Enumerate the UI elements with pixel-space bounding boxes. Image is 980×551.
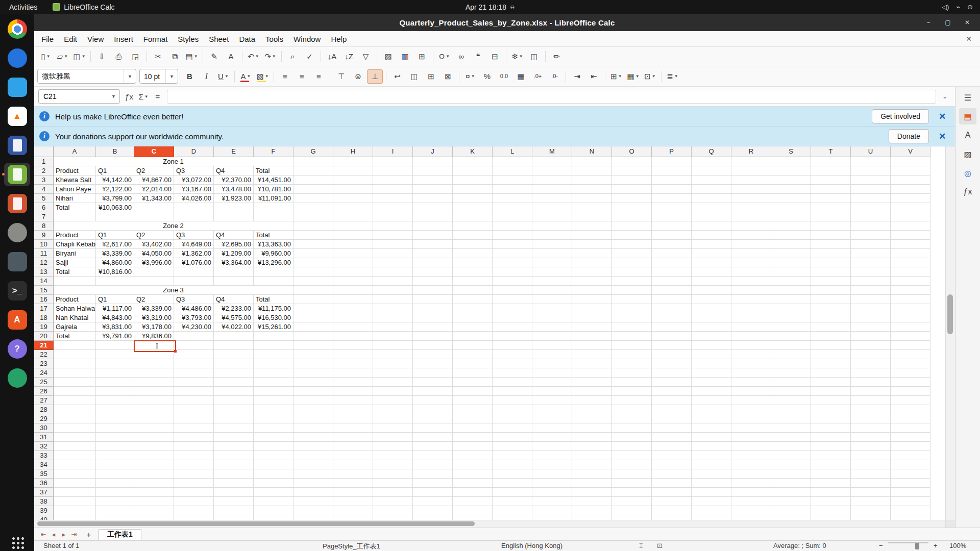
row-header-2[interactable]: 2 xyxy=(34,166,54,176)
dock-item-libreoffice-impress[interactable] xyxy=(0,191,34,216)
cell-E14[interactable] xyxy=(214,277,254,286)
chevron-down-icon[interactable]: ▼ xyxy=(635,74,640,79)
cell-P30[interactable] xyxy=(652,423,692,433)
cell-O40[interactable] xyxy=(612,515,652,520)
cell-N21[interactable] xyxy=(572,341,612,350)
cell-J7[interactable] xyxy=(413,212,453,221)
cell-H23[interactable] xyxy=(333,359,373,368)
cell-F16[interactable]: Total xyxy=(254,295,293,304)
cell-L32[interactable] xyxy=(493,442,532,451)
cell-T39[interactable] xyxy=(811,506,851,515)
cell-K23[interactable] xyxy=(453,359,493,368)
cell-H24[interactable] xyxy=(333,368,373,378)
cell-K2[interactable] xyxy=(453,166,493,176)
cell-P23[interactable] xyxy=(652,359,692,368)
cell-L33[interactable] xyxy=(493,451,532,460)
format-as-percent-button[interactable]: % xyxy=(479,69,495,84)
cell-S4[interactable] xyxy=(771,185,811,194)
cell-O22[interactable] xyxy=(612,350,652,359)
cell-M12[interactable] xyxy=(532,258,572,267)
cell-U8[interactable] xyxy=(851,221,891,231)
cell-O17[interactable] xyxy=(612,304,652,313)
cell-Q30[interactable] xyxy=(692,423,731,433)
cell-U19[interactable] xyxy=(851,322,891,332)
cell-J9[interactable] xyxy=(413,231,453,240)
cell-L27[interactable] xyxy=(493,396,532,405)
cell-A24[interactable] xyxy=(54,368,96,378)
cell-N13[interactable] xyxy=(572,267,612,277)
cell-L39[interactable] xyxy=(493,506,532,515)
chevron-down-icon[interactable]: ▼ xyxy=(652,74,656,79)
column-header-M[interactable]: M xyxy=(532,146,572,157)
cell-L18[interactable] xyxy=(493,313,532,322)
menu-view[interactable]: View xyxy=(82,33,109,45)
cell-V28[interactable] xyxy=(891,405,930,414)
activities-button[interactable]: Activities xyxy=(0,3,46,11)
cell-I15[interactable] xyxy=(373,286,413,295)
row-header-33[interactable]: 33 xyxy=(34,451,54,460)
cell-F2[interactable]: Total xyxy=(254,166,293,176)
cell-O23[interactable] xyxy=(612,359,652,368)
merge-and-center-cells-button[interactable]: ◫ xyxy=(406,69,422,84)
cell-H13[interactable] xyxy=(333,267,373,277)
cell-I32[interactable] xyxy=(373,442,413,451)
cell-Q19[interactable] xyxy=(692,322,731,332)
cell-D22[interactable] xyxy=(174,350,214,359)
cell-T15[interactable] xyxy=(811,286,851,295)
cell-U36[interactable] xyxy=(851,479,891,488)
cell-P11[interactable] xyxy=(652,249,692,258)
cell-A5[interactable]: Nihari xyxy=(54,194,96,203)
row-header-15[interactable]: 15 xyxy=(34,286,54,295)
menu-format[interactable]: Format xyxy=(138,33,173,45)
cell-P25[interactable] xyxy=(652,378,692,387)
cell-U4[interactable] xyxy=(851,185,891,194)
cell-K7[interactable] xyxy=(453,212,493,221)
cell-S6[interactable] xyxy=(771,203,811,212)
undo-button[interactable]: ↶▼ xyxy=(246,49,261,64)
cell-R11[interactable] xyxy=(731,249,771,258)
cell-H1[interactable] xyxy=(333,157,373,166)
cell-A4[interactable]: Lahori Paye xyxy=(54,185,96,194)
cell-Q11[interactable] xyxy=(692,249,731,258)
chevron-down-icon[interactable]: ▼ xyxy=(46,54,51,59)
cell-A7[interactable] xyxy=(54,212,96,221)
cell-S29[interactable] xyxy=(771,414,811,423)
cell-L14[interactable] xyxy=(493,277,532,286)
cell-V4[interactable] xyxy=(891,185,930,194)
cell-R32[interactable] xyxy=(731,442,771,451)
cell-C2[interactable]: Q2 xyxy=(134,166,174,176)
cell-I1[interactable] xyxy=(373,157,413,166)
cell-K33[interactable] xyxy=(453,451,493,460)
cell-L16[interactable] xyxy=(493,295,532,304)
cell-R1[interactable] xyxy=(731,157,771,166)
cell-D7[interactable] xyxy=(174,212,214,221)
cell-F28[interactable] xyxy=(254,405,293,414)
cell-V18[interactable] xyxy=(891,313,930,322)
cell-T32[interactable] xyxy=(811,442,851,451)
cell-A34[interactable] xyxy=(54,460,96,469)
cell-F36[interactable] xyxy=(254,479,293,488)
cell-P40[interactable] xyxy=(652,515,692,520)
cell-B4[interactable]: ¥2,122.00 xyxy=(96,185,134,194)
cell-F37[interactable] xyxy=(254,488,293,497)
cell-S15[interactable] xyxy=(771,286,811,295)
cell-U13[interactable] xyxy=(851,267,891,277)
cell-P9[interactable] xyxy=(652,231,692,240)
text-language[interactable]: English (Hong Kong) xyxy=(501,542,562,549)
cell-F4[interactable]: ¥10,781.00 xyxy=(254,185,293,194)
cell-Q24[interactable] xyxy=(692,368,731,378)
cell-P17[interactable] xyxy=(652,304,692,313)
cell-G34[interactable] xyxy=(293,460,333,469)
sort-descending-button[interactable]: ↓Z xyxy=(341,49,357,64)
cell-N1[interactable] xyxy=(572,157,612,166)
row-header-22[interactable]: 22 xyxy=(34,350,54,359)
cell-L8[interactable] xyxy=(493,221,532,231)
cell-S26[interactable] xyxy=(771,387,811,396)
cell-M29[interactable] xyxy=(532,414,572,423)
dock-item-thunderbird[interactable] xyxy=(0,46,34,70)
insert-chart-button[interactable]: ▥ xyxy=(397,49,413,64)
sidebar-gallery-icon[interactable]: ▨ xyxy=(959,146,976,162)
cell-E39[interactable] xyxy=(214,506,254,515)
cell-B18[interactable]: ¥4,843.00 xyxy=(96,313,134,322)
cell-N37[interactable] xyxy=(572,488,612,497)
